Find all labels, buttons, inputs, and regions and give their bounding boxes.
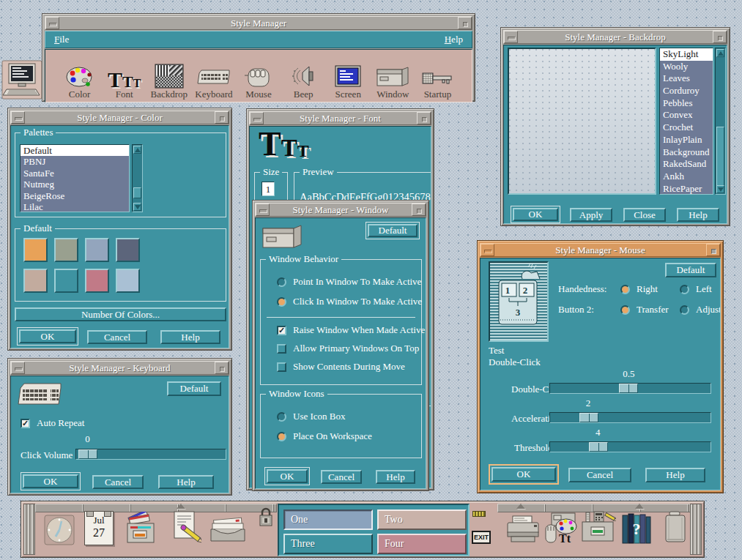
cancel-button[interactable]: Cancel bbox=[568, 468, 631, 482]
workspace-button-one[interactable]: One bbox=[283, 509, 373, 530]
window-menu-icon[interactable] bbox=[713, 31, 727, 43]
printer-control[interactable] bbox=[505, 515, 541, 545]
threshold-slider[interactable] bbox=[549, 441, 711, 452]
slider-thumb[interactable] bbox=[589, 442, 608, 452]
titlebar[interactable]: Style Manager - Keyboard bbox=[10, 361, 229, 375]
radio-icon[interactable] bbox=[277, 412, 286, 422]
radio-icon[interactable] bbox=[277, 297, 286, 307]
workspace-button-three[interactable]: Three bbox=[283, 534, 373, 554]
launcher-color[interactable]: Color bbox=[57, 52, 102, 100]
color-swatch[interactable] bbox=[54, 269, 78, 293]
radio-row[interactable]: Place On Workspace bbox=[277, 430, 372, 442]
font-size-list[interactable]: 1 bbox=[261, 182, 275, 196]
text-editor-control[interactable] bbox=[168, 510, 201, 547]
minimize-button-icon[interactable] bbox=[11, 111, 25, 124]
mouse-test-area[interactable]: 1 2 3 bbox=[489, 261, 549, 342]
ok-button[interactable]: OK bbox=[19, 329, 76, 343]
list-item[interactable]: Leaves bbox=[660, 72, 713, 85]
list-item[interactable]: Nutmeg bbox=[21, 179, 129, 190]
terminal-desktop-icon[interactable] bbox=[1, 59, 42, 104]
color-swatch[interactable] bbox=[23, 238, 48, 262]
window-menu-icon[interactable] bbox=[417, 112, 431, 124]
color-swatch[interactable] bbox=[23, 269, 48, 293]
launcher-font[interactable]: TTT Font bbox=[102, 52, 146, 100]
list-item[interactable]: Wooly bbox=[660, 61, 713, 73]
titlebar[interactable]: Style Manager - Backdrop bbox=[503, 30, 727, 44]
calendar-control[interactable]: Jul 27 bbox=[84, 511, 114, 545]
workspace-button-two[interactable]: Two bbox=[377, 509, 467, 530]
titlebar[interactable]: Style Manager - Font bbox=[249, 111, 431, 125]
list-item[interactable]: Default bbox=[21, 145, 129, 156]
checkbox-row[interactable]: Allow Primary Windows On Top bbox=[277, 343, 419, 354]
launcher-screen[interactable]: Screen bbox=[326, 52, 371, 100]
radio-row[interactable]: Use Icon Box bbox=[277, 411, 346, 422]
list-item[interactable]: InlayPlain bbox=[660, 134, 713, 146]
launcher-startup[interactable]: Startup bbox=[415, 52, 460, 100]
list-item[interactable]: RicePaper bbox=[660, 183, 713, 195]
launcher-keyboard[interactable]: Keyboard bbox=[191, 52, 236, 100]
checkbox-icon[interactable] bbox=[277, 344, 286, 354]
help-button[interactable]: Help bbox=[160, 330, 220, 344]
file-manager-control[interactable] bbox=[124, 512, 159, 547]
ok-button[interactable]: OK bbox=[491, 467, 556, 482]
radio-icon[interactable] bbox=[680, 285, 689, 294]
titlebar[interactable]: Style Manager - Color bbox=[10, 111, 229, 124]
titlebar[interactable]: Style Manager - Window bbox=[255, 203, 426, 217]
backdrop-scrollbar[interactable] bbox=[715, 48, 726, 195]
list-item[interactable]: RakedSand bbox=[660, 158, 713, 171]
applications-control[interactable] bbox=[579, 510, 616, 547]
list-item[interactable]: Ankh bbox=[660, 171, 713, 183]
minimize-button-icon[interactable] bbox=[504, 31, 518, 43]
launcher-backdrop[interactable]: Backdrop bbox=[146, 52, 191, 100]
checkbox-icon[interactable] bbox=[277, 362, 286, 372]
slider-thumb[interactable] bbox=[579, 413, 598, 422]
minimize-button-icon[interactable] bbox=[481, 244, 494, 256]
ok-button[interactable]: OK bbox=[513, 208, 558, 221]
titlebar[interactable]: Style Manager - Mouse bbox=[480, 243, 721, 257]
minimize-button-icon[interactable] bbox=[45, 17, 59, 29]
subpanel-arrow-icon[interactable] bbox=[516, 504, 525, 509]
radio-icon[interactable] bbox=[620, 285, 630, 294]
list-item[interactable]: SantaFe bbox=[21, 168, 129, 179]
checkbox-icon[interactable] bbox=[277, 326, 286, 335]
minimize-button-icon[interactable] bbox=[250, 112, 264, 124]
list-item[interactable]: Lilac bbox=[21, 201, 129, 212]
panel-left-handle[interactable] bbox=[23, 504, 35, 555]
launcher-window[interactable]: Window bbox=[371, 52, 415, 100]
default-button[interactable]: Default bbox=[665, 263, 716, 277]
window-menu-icon[interactable] bbox=[412, 204, 426, 216]
desktop[interactable]: Style Manager File Help Color TTT bbox=[0, 0, 742, 560]
checkbox-row[interactable]: Show Contents During Move bbox=[277, 361, 405, 373]
slider-thumb[interactable] bbox=[619, 384, 638, 393]
scroll-up-icon[interactable] bbox=[133, 146, 141, 154]
palettes-list[interactable]: DefaultPBNJSantaFeNutmegBeigeRoseLilac bbox=[20, 144, 130, 212]
cancel-button[interactable]: Cancel bbox=[92, 475, 144, 489]
color-swatch[interactable] bbox=[54, 238, 78, 262]
click-volume-slider[interactable] bbox=[75, 449, 226, 460]
list-item[interactable]: BeigeRose bbox=[21, 190, 129, 201]
default-button[interactable]: Default bbox=[167, 381, 221, 396]
launcher-mouse[interactable]: Mouse bbox=[236, 52, 281, 100]
radio-icon[interactable] bbox=[680, 305, 689, 315]
list-item[interactable]: Corduroy bbox=[660, 85, 713, 97]
default-button[interactable]: Default bbox=[368, 224, 418, 237]
workspace-button-four[interactable]: Four bbox=[377, 534, 467, 554]
scroll-thumb[interactable] bbox=[716, 127, 724, 188]
number-of-colors-button[interactable]: Number Of Colors... bbox=[15, 307, 226, 321]
window-menu-icon[interactable] bbox=[215, 111, 229, 124]
list-item[interactable]: SkyLight bbox=[660, 48, 713, 61]
scroll-down-icon[interactable] bbox=[716, 185, 724, 193]
ok-button[interactable]: OK bbox=[267, 469, 308, 483]
help-control[interactable]: ? bbox=[619, 510, 654, 547]
list-item[interactable]: Background bbox=[660, 146, 713, 159]
list-item[interactable]: Pebbles bbox=[660, 97, 713, 110]
mail-control[interactable] bbox=[208, 513, 248, 547]
close-button[interactable]: Close bbox=[623, 208, 666, 222]
double-click-slider[interactable] bbox=[549, 383, 711, 394]
checkbox-row[interactable]: Auto Repeat bbox=[21, 417, 84, 429]
subpanel-arrow-icon[interactable] bbox=[635, 504, 644, 509]
radio-icon[interactable] bbox=[620, 305, 630, 315]
help-button[interactable]: Help bbox=[677, 208, 719, 222]
color-swatch[interactable] bbox=[85, 269, 109, 293]
cancel-button[interactable]: Cancel bbox=[321, 470, 362, 484]
